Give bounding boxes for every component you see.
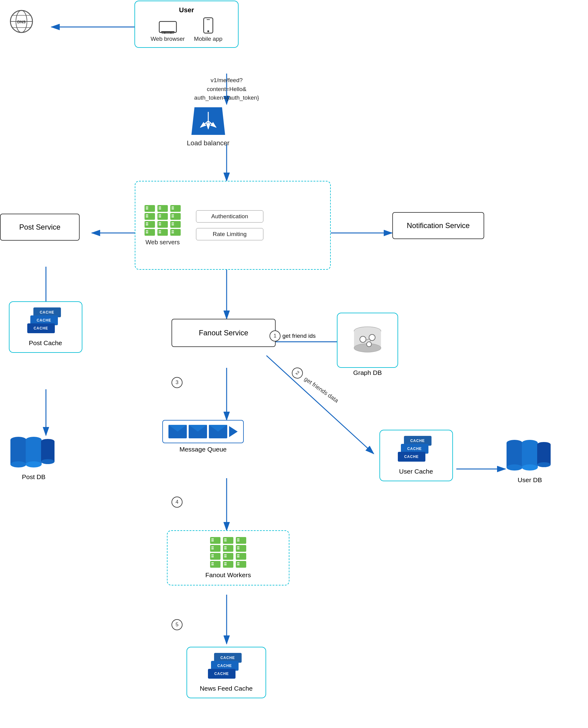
- rack-1: [145, 205, 155, 236]
- user-cache-icon: CACHE CACHE CACHE: [398, 436, 435, 463]
- envelope-1: [168, 425, 187, 438]
- envelope-3: [209, 425, 227, 438]
- rack-fw-1: [210, 537, 220, 568]
- fanout-service-node: Fanout Service: [171, 319, 276, 347]
- news-feed-cache-node: CACHE CACHE CACHE News Feed Cache: [183, 647, 270, 698]
- web-browser-label: Web browser: [151, 36, 185, 42]
- svg-point-49: [369, 335, 375, 341]
- envelope-2: [189, 425, 207, 438]
- auth-boxes: Authentication Rate Limiting: [196, 209, 264, 242]
- user-db-label: User DB: [518, 476, 542, 484]
- rack-fw-2: [223, 537, 233, 568]
- server-unit: [170, 229, 181, 236]
- api-call-text: v1/me/feed? content=Hello& auth_token={a…: [177, 76, 276, 102]
- rack-2: [158, 205, 168, 236]
- server-unit: [145, 205, 155, 212]
- svg-point-28: [207, 31, 209, 32]
- fanout-service-box: Fanout Service: [171, 319, 276, 347]
- server-unit: [145, 229, 155, 236]
- step2-label: 2 get friends data: [290, 365, 341, 406]
- post-db-icon: [9, 435, 58, 472]
- web-servers-node: Web servers Authentication Rate Limiting: [135, 181, 331, 270]
- cache-block-3: CACHE: [398, 452, 425, 462]
- svg-point-58: [522, 464, 538, 470]
- server-unit: [210, 561, 220, 568]
- user-node: User Web browser Mobile app: [134, 1, 238, 48]
- web-servers-label: Web servers: [145, 239, 180, 246]
- svg-point-38: [10, 461, 26, 467]
- rate-limiting-box: Rate Limiting: [196, 228, 264, 240]
- news-feed-cache-label: News Feed Cache: [200, 685, 253, 692]
- server-unit: [170, 221, 181, 228]
- svg-rect-43: [41, 441, 55, 462]
- api-call-label: v1/me/feed? content=Hello& auth_token={a…: [194, 76, 259, 102]
- server-unit: [170, 213, 181, 220]
- post-cache-box: CACHE CACHE CACHE Post Cache: [9, 301, 82, 353]
- server-unit: [145, 221, 155, 228]
- fanout-service-label: Fanout Service: [199, 329, 248, 337]
- step1-text: get friend ids: [282, 332, 316, 339]
- server-unit: [158, 213, 168, 220]
- server-unit: [210, 553, 220, 560]
- post-db-label: Post DB: [22, 473, 45, 481]
- server-unit: [158, 229, 168, 236]
- graph-db-label: Graph DB: [353, 369, 382, 377]
- load-balancer-icon: [188, 104, 228, 138]
- dns-icon: DNS: [9, 9, 34, 34]
- step3-circle: 3: [171, 377, 183, 388]
- server-unit: [236, 545, 246, 552]
- graph-db-icon: [352, 326, 383, 354]
- notification-service-label: Notification Service: [407, 221, 469, 229]
- news-feed-cache-box: CACHE CACHE CACHE News Feed Cache: [187, 647, 266, 698]
- svg-point-41: [26, 461, 42, 467]
- svg-point-44: [41, 459, 55, 464]
- server-unit: [236, 561, 246, 568]
- svg-rect-22: [159, 21, 176, 33]
- server-unit: [236, 553, 246, 560]
- svg-rect-57: [522, 443, 538, 467]
- cache-block-3: CACHE: [27, 323, 55, 333]
- user-clients: Web browser Mobile app: [142, 17, 231, 42]
- server-unit: [210, 545, 220, 552]
- rack-3: [170, 205, 181, 236]
- message-queue-box: [162, 420, 244, 443]
- user-db-icon: [505, 438, 554, 475]
- server-rack-group: [145, 205, 181, 236]
- svg-rect-37: [10, 440, 26, 464]
- message-queue-node: Message Queue: [162, 420, 244, 453]
- server-unit: [158, 205, 168, 212]
- step5-label: 5: [171, 619, 184, 630]
- svg-text:DNS: DNS: [17, 20, 26, 24]
- dns-node: DNS: [9, 9, 34, 34]
- step2-circle: 2: [290, 365, 305, 381]
- cache-block-3: CACHE: [208, 669, 235, 679]
- mobile-app-label: Mobile app: [194, 36, 222, 42]
- svg-point-55: [506, 464, 523, 470]
- fanout-workers-box: Fanout Workers: [167, 530, 289, 585]
- user-title: User: [142, 6, 231, 14]
- post-service-label: Post Service: [19, 223, 61, 231]
- user-db-node: User DB: [505, 438, 554, 484]
- svg-rect-23: [161, 31, 174, 33]
- user-cache-box: CACHE CACHE CACHE User Cache: [379, 430, 453, 481]
- news-feed-cache-icon: CACHE CACHE CACHE: [208, 653, 245, 681]
- user-cache-label: User Cache: [399, 468, 433, 475]
- mobile-app-item: Mobile app: [194, 17, 222, 42]
- notification-service-box: Notification Service: [392, 212, 484, 239]
- fanout-workers-node: Fanout Workers: [167, 530, 289, 585]
- web-servers-box: Web servers Authentication Rate Limiting: [135, 181, 331, 270]
- graph-db-node: Graph DB: [337, 313, 398, 377]
- server-unit: [145, 213, 155, 220]
- svg-point-50: [366, 342, 372, 347]
- step3-label: 3: [171, 377, 184, 388]
- server-unit: [236, 537, 246, 544]
- fanout-workers-racks: [210, 537, 246, 568]
- svg-point-61: [537, 462, 551, 467]
- web-browser-icon: [159, 20, 177, 34]
- load-balancer-node: Load balancer: [187, 104, 229, 147]
- message-queue-label: Message Queue: [180, 446, 227, 453]
- load-balancer-label: Load balancer: [187, 139, 229, 147]
- user-cache-node: CACHE CACHE CACHE User Cache: [373, 430, 459, 481]
- step1-label: 1 get friend ids: [270, 330, 316, 342]
- fanout-workers-label: Fanout Workers: [206, 571, 251, 579]
